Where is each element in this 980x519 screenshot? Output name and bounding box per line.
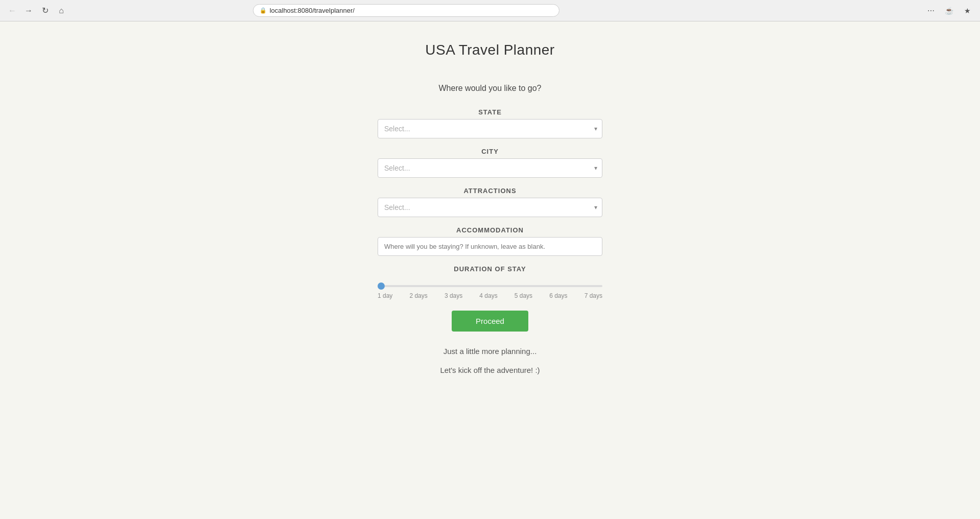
browser-toolbar: ← → ↻ ⌂ 🔒 localhost:8080/travelplanner/ … [0,0,980,21]
slider-label-3days: 3 days [445,292,462,299]
refresh-button[interactable]: ↻ [38,4,52,18]
form-container: Where would you like to go? STATE Select… [375,84,605,374]
bookmark-button[interactable]: ☕ [942,4,956,18]
city-select[interactable]: Select... Los Angeles San Francisco New … [378,158,602,178]
footer-text-adventure: Let's kick off the adventure! :) [375,366,605,374]
attractions-select[interactable]: Select... Museums Parks Beaches [378,198,602,217]
state-label: STATE [478,108,502,116]
slider-label-6days: 6 days [549,292,567,299]
city-label: CITY [481,148,499,155]
accommodation-field-group: ACCOMMODATION [375,226,605,256]
attractions-label: ATTRACTIONS [463,187,516,195]
slider-label-2days: 2 days [409,292,427,299]
form-subtitle: Where would you like to go? [375,84,605,93]
duration-label: DURATION OF STAY [454,265,526,273]
state-field-group: STATE Select... California New York Texa… [375,108,605,138]
browser-right-controls: ⋯ ☕ ★ [924,4,975,18]
attractions-select-wrapper: Select... Museums Parks Beaches ▾ [378,198,602,217]
slider-label-7days: 7 days [585,292,602,299]
back-button[interactable]: ← [5,4,19,18]
slider-label-5days: 5 days [515,292,532,299]
state-select[interactable]: Select... California New York Texas Flor… [378,119,602,138]
slider-labels: 1 day 2 days 3 days 4 days 5 days 6 days… [378,292,602,299]
slider-track-wrapper: 1 day 2 days 3 days 4 days 5 days 6 days… [378,280,602,299]
page-content: USA Travel Planner Where would you like … [0,21,980,395]
footer-text-planning: Just a little more planning... [375,347,605,356]
forward-button[interactable]: → [21,4,36,18]
accommodation-input[interactable] [378,237,602,256]
nav-buttons: ← → ↻ ⌂ [5,4,68,18]
home-button[interactable]: ⌂ [54,4,68,18]
slider-label-4days: 4 days [479,292,497,299]
lock-icon: 🔒 [260,7,267,14]
star-button[interactable]: ★ [961,4,975,18]
duration-slider[interactable] [378,285,602,287]
slider-label-1day: 1 day [378,292,392,299]
proceed-button[interactable]: Proceed [452,311,528,332]
state-select-wrapper: Select... California New York Texas Flor… [378,119,602,138]
url-text: localhost:8080/travelplanner/ [270,7,355,14]
duration-section: DURATION OF STAY 1 day 2 days 3 days 4 d… [375,265,605,299]
page-title: USA Travel Planner [425,42,554,58]
address-bar[interactable]: 🔒 localhost:8080/travelplanner/ [253,4,559,17]
city-select-wrapper: Select... Los Angeles San Francisco New … [378,158,602,178]
more-options-button[interactable]: ⋯ [924,4,938,18]
city-field-group: CITY Select... Los Angeles San Francisco… [375,148,605,178]
accommodation-label: ACCOMMODATION [456,226,524,234]
attractions-field-group: ATTRACTIONS Select... Museums Parks Beac… [375,187,605,217]
